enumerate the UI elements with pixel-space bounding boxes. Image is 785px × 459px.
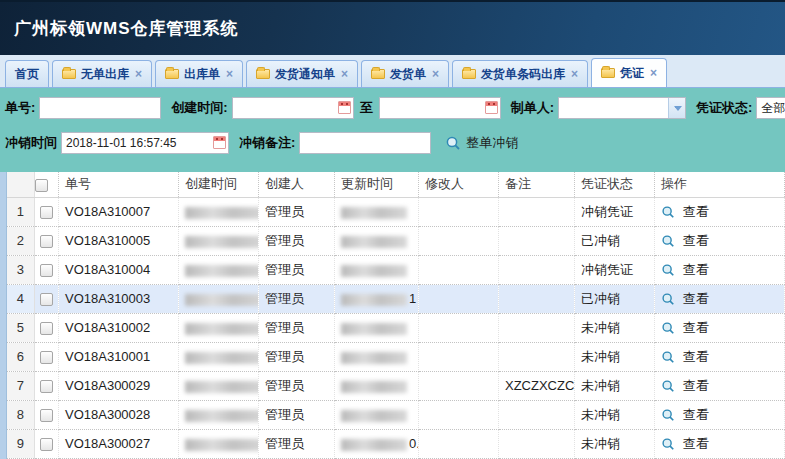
order-no-label: 单号: — [5, 99, 35, 117]
view-icon — [661, 234, 675, 248]
voucher-status-label: 凭证状态: — [696, 99, 752, 117]
calendar-icon[interactable] — [338, 101, 351, 114]
col-order-no[interactable]: 单号 — [59, 172, 179, 197]
view-action[interactable]: 查看 — [655, 197, 785, 226]
status-cell: 未冲销 — [575, 400, 655, 429]
row-checkbox[interactable] — [40, 264, 53, 277]
select-all-checkbox[interactable] — [35, 179, 48, 192]
remark-cell: XZCZXCZC — [499, 371, 575, 400]
tab-shipping-notice[interactable]: 发货通知单 × — [246, 60, 358, 87]
creator-cell: 管理员 — [259, 197, 335, 226]
row-checkbox[interactable] — [40, 438, 53, 451]
status-cell: 未冲销 — [575, 371, 655, 400]
calendar-icon[interactable] — [485, 101, 498, 114]
row-checkbox-cell[interactable] — [35, 429, 59, 458]
view-label: 查看 — [683, 378, 709, 393]
writeoff-time-field — [61, 132, 229, 154]
tab-close-icon[interactable]: × — [432, 67, 439, 81]
created-from-input[interactable] — [232, 97, 354, 119]
tab-shipping-order[interactable]: 发货单 × — [361, 60, 449, 87]
tab-close-icon[interactable]: × — [226, 67, 233, 81]
row-checkbox[interactable] — [40, 235, 53, 248]
row-checkbox-cell[interactable] — [35, 226, 59, 255]
modifier-cell — [419, 429, 499, 458]
tab-home[interactable]: 首页 × — [5, 60, 49, 87]
redacted-updated-time — [341, 352, 407, 364]
writeoff-whole-order-button[interactable]: 整单冲销 — [445, 134, 518, 152]
view-action[interactable]: 查看 — [655, 429, 785, 458]
col-modifier[interactable]: 修改人 — [419, 172, 499, 197]
row-checkbox[interactable] — [40, 206, 53, 219]
writeoff-remark-input[interactable] — [299, 132, 431, 154]
table-row[interactable]: 6 VO18A310001 管理员 未冲销 查看 — [7, 342, 785, 371]
row-checkbox[interactable] — [40, 293, 53, 306]
calendar-icon[interactable] — [213, 136, 226, 149]
maker-input[interactable] — [558, 97, 686, 119]
tab-close-icon[interactable]: × — [135, 67, 142, 81]
view-action[interactable]: 查看 — [655, 371, 785, 400]
view-action[interactable]: 查看 — [655, 400, 785, 429]
created-time-cell: 1 — [179, 197, 259, 226]
row-number: 2 — [7, 226, 35, 255]
table-row[interactable]: 1 VO18A310007 1 管理员 冲销凭证 查看 — [7, 197, 785, 226]
table-row[interactable]: 3 VO18A310004 管理员 冲销凭证 查看 — [7, 255, 785, 284]
table-row[interactable]: 9 VO18A300027 0.1 管理员 0.20 未冲销 查看 — [7, 429, 785, 458]
row-checkbox-cell[interactable] — [35, 284, 59, 313]
tab-voucher[interactable]: 凭证 × — [591, 58, 667, 87]
creator-cell: 管理员 — [259, 371, 335, 400]
tab-label: 出库单 — [184, 66, 220, 83]
table-row[interactable]: 4 VO18A310003 管理员 1 已冲销 查看 — [7, 284, 785, 313]
redacted-updated-time — [341, 265, 407, 277]
view-action[interactable]: 查看 — [655, 313, 785, 342]
created-to-input[interactable] — [379, 97, 501, 119]
redacted-created-time — [185, 207, 259, 219]
col-created-time[interactable]: 创建时间 — [179, 172, 259, 197]
order-no-cell: VO18A300028 — [59, 400, 179, 429]
order-no-cell: VO18A300029 — [59, 371, 179, 400]
chevron-down-icon[interactable] — [668, 98, 685, 118]
writeoff-time-input[interactable] — [61, 132, 229, 154]
row-checkbox[interactable] — [40, 351, 53, 364]
row-number-header — [7, 172, 35, 197]
order-no-cell: VO18A310002 — [59, 313, 179, 342]
row-checkbox[interactable] — [40, 322, 53, 335]
row-checkbox-cell[interactable] — [35, 255, 59, 284]
view-action[interactable]: 查看 — [655, 255, 785, 284]
table-row[interactable]: 8 VO18A300028 1 管理员 未冲销 查看 — [7, 400, 785, 429]
view-action[interactable]: 查看 — [655, 342, 785, 371]
updated-time-cell — [335, 371, 419, 400]
tab-no-order-outbound[interactable]: 无单出库 × — [52, 60, 152, 87]
table-row[interactable]: 5 VO18A310002 管理员 未冲销 查看 — [7, 313, 785, 342]
col-remark[interactable]: 备注 — [499, 172, 575, 197]
select-all-header[interactable] — [35, 172, 59, 197]
tab-shipping-barcode-outbound[interactable]: 发货单条码出库 × — [452, 60, 588, 87]
row-checkbox-cell[interactable] — [35, 313, 59, 342]
order-no-input[interactable] — [39, 97, 161, 119]
col-actions[interactable]: 操作 — [655, 172, 785, 197]
row-checkbox-cell[interactable] — [35, 197, 59, 226]
row-checkbox-cell[interactable] — [35, 371, 59, 400]
tab-outbound-order[interactable]: 出库单 × — [155, 60, 243, 87]
tab-close-icon[interactable]: × — [341, 67, 348, 81]
table-row[interactable]: 7 VO18A300029 管理员 XZCZXCZC 未冲销 查看 — [7, 371, 785, 400]
voucher-status-select[interactable] — [756, 97, 785, 119]
creator-cell: 管理员 — [259, 400, 335, 429]
row-checkbox[interactable] — [40, 409, 53, 422]
modifier-cell — [419, 371, 499, 400]
tab-close-icon[interactable]: × — [571, 67, 578, 81]
row-checkbox[interactable] — [40, 380, 53, 393]
view-action[interactable]: 查看 — [655, 226, 785, 255]
view-label: 查看 — [683, 204, 709, 219]
table-row[interactable]: 2 VO18A310005 管理员 已冲销 查看 — [7, 226, 785, 255]
app-header: 广州标领WMS仓库管理系统 — [0, 0, 785, 55]
row-checkbox-cell[interactable] — [35, 342, 59, 371]
col-creator[interactable]: 创建人 — [259, 172, 335, 197]
created-time-cell — [179, 255, 259, 284]
col-updated-time[interactable]: 更新时间 — [335, 172, 419, 197]
view-action[interactable]: 查看 — [655, 284, 785, 313]
tab-close-icon[interactable]: × — [650, 66, 657, 80]
redacted-created-time — [185, 439, 259, 451]
created-time-label: 创建时间: — [171, 99, 227, 117]
row-checkbox-cell[interactable] — [35, 400, 59, 429]
col-voucher-status[interactable]: 凭证状态 — [575, 172, 655, 197]
